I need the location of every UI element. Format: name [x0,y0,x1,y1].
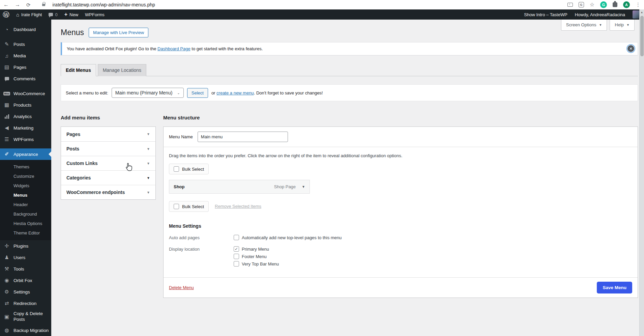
tools-icon: ⚒ [3,266,10,272]
sidebar-item-appearance[interactable]: ✐Appearance [0,148,51,160]
submenu-item-customize[interactable]: Customize [0,171,51,181]
browser-menu-icon[interactable]: ⋮ [636,2,641,8]
url-bar[interactable]: irateflight.tastewp.com/wp-admin/nav-men… [53,2,561,7]
save-menu-button[interactable]: Save Menu [597,282,632,293]
comment-bubble-icon [49,13,53,16]
dismiss-notice-icon[interactable]: ✕ [627,45,634,52]
wp-admin-bar: Ⓦ ⌂ Irate Flight 0 + New WPForms Show In… [0,9,644,20]
sidebar-item-redirection[interactable]: ⇄Redirection [0,298,51,309]
sidebar-item-copy-delete-posts[interactable]: ▣Copy & Delete Posts [0,309,51,325]
remove-selected-items-link[interactable]: Remove Selected Items [215,204,261,209]
sidebar-item-label: Settings [13,289,30,295]
select-menu-button[interactable]: Select [187,88,208,98]
scrollbar-thumb[interactable] [640,16,644,56]
display-location-option-very-top-bar-menu[interactable]: Very Top Bar Menu [234,261,279,267]
bulk-select-toggle-bottom[interactable]: Bulk Select [169,201,209,212]
bookmark-star-icon[interactable]: ☆ [590,2,594,7]
location-checkbox[interactable] [234,254,239,259]
forward-icon[interactable]: → [15,2,20,7]
accordion-panel-categories[interactable]: Categories▼ [61,170,155,185]
wordpress-logo-icon[interactable]: Ⓦ [3,11,9,18]
sidebar-item-analytics[interactable]: Analytics [0,111,51,122]
sidebar-item-label: WPForms [13,137,34,142]
submenu-item-theme-editor[interactable]: Theme Editor [0,228,51,237]
menu-name-input[interactable] [198,132,288,142]
sidebar-item-tools[interactable]: ⚒Tools [0,263,51,275]
submenu-item-widgets[interactable]: Widgets [0,181,51,190]
location-label: Very Top Bar Menu [242,261,279,267]
sidebar-item-settings[interactable]: ⚙Settings [0,286,51,298]
tab-manage-locations[interactable]: Manage Locations [98,64,146,76]
adminbar-show-intro[interactable]: Show Intro – TasteWP [524,12,567,17]
main-content: Screen Options▼ Help▼ Menus Manage with … [51,20,644,336]
menu-item-shop[interactable]: Shop Shop Page ▼ [169,180,310,194]
adminbar-new[interactable]: + New [64,12,78,17]
accordion-panel-posts[interactable]: Posts▼ [61,141,155,156]
bulk-select-checkbox[interactable] [174,204,179,209]
sidebar-item-comments[interactable]: Comments [0,73,51,84]
scroll-up-arrow-icon[interactable]: ▲ [641,11,643,14]
dashboard-page-link[interactable]: Dashboard Page [157,46,191,51]
auto-add-checkbox[interactable] [234,235,239,240]
adminbar-comments[interactable]: 0 [49,12,57,17]
submenu-item-background[interactable]: Background [0,209,51,219]
lock-icon[interactable] [42,4,45,6]
accordion-panel-woocommerce-endpoints[interactable]: WooCommerce endpoints▼ [61,185,155,199]
adminbar-site-name[interactable]: ⌂ Irate Flight [16,12,42,17]
accordion-panel-label: Posts [66,146,79,151]
back-icon[interactable]: ← [3,2,9,7]
sidebar-item-marketing[interactable]: ◀Marketing [0,122,51,134]
location-checkbox[interactable] [234,261,239,267]
adminbar-howdy[interactable]: Howdy, AndreeaRadacina [575,12,625,17]
notice-text: You have activated Orbit Fox plugin! Go … [67,46,157,51]
sidebar-item-wpforms[interactable]: ☰WPForms [0,134,51,145]
submenu-item-themes[interactable]: Themes [0,162,51,171]
bulk-select-toggle-top[interactable]: Bulk Select [169,164,209,174]
products-icon: ▦ [3,102,10,108]
chevron-down-icon: ▼ [626,23,630,27]
auto-add-pages-option[interactable]: Automatically add new top-level pages to… [234,235,342,240]
menu-select-dropdown[interactable]: Main menu (Primary Menu) ⌄ [112,88,184,98]
sidebar-item-backup-migration[interactable]: ◍Backup Migration [0,325,51,336]
bulk-select-checkbox[interactable] [174,166,179,172]
create-new-menu-link[interactable]: create a new menu [216,90,254,95]
help-button[interactable]: Help▼ [610,20,635,31]
sidebar-item-users[interactable]: ♟Users [0,252,51,263]
sidebar-item-orbit-fox[interactable]: ◉Orbit Fox [0,275,51,286]
display-location-option-primary-menu[interactable]: Primary Menu [234,246,279,252]
display-location-option-footer-menu[interactable]: Footer Menu [234,254,279,259]
screen-options-button[interactable]: Screen Options▼ [561,20,607,31]
location-checkbox[interactable] [234,246,239,252]
sidebar-item-plugins[interactable]: ✢Plugins [0,240,51,252]
item-expand-arrow-icon[interactable]: ▼ [302,185,305,189]
accordion-panel-label: Pages [66,132,80,137]
accordion-panel-pages[interactable]: Pages▼ [61,127,155,141]
sidebar-item-label: Tools [13,267,24,272]
sidebar-item-pages[interactable]: ▤Pages [0,61,51,73]
translate-icon[interactable]: G [579,2,584,7]
accordion-panel-custom-links[interactable]: Custom Links▼ [61,156,155,170]
reload-icon[interactable]: ⟳ [26,2,31,7]
grammarly-icon[interactable]: G [600,1,607,8]
sidebar-item-label: WooCommerce [13,91,45,96]
submenu-item-header[interactable]: Header [0,200,51,209]
submenu-item-hestia-options[interactable]: Hestia Options [0,219,51,228]
page-scrollbar[interactable]: ▲ [639,9,644,336]
delete-menu-link[interactable]: Delete Menu [169,285,194,290]
tab-edit-menus[interactable]: Edit Menus [61,64,96,76]
sidebar-item-label: Backup Migration [13,328,49,333]
install-app-icon[interactable] [567,3,573,7]
browser-profile-avatar[interactable]: A [623,1,630,8]
sidebar-item-products[interactable]: ▦Products [0,99,51,111]
sidebar-item-posts[interactable]: ✎Posts [0,38,51,50]
adminbar-wpforms[interactable]: WPForms [85,12,105,17]
auto-add-pages-label: Auto add pages [169,235,234,240]
extensions-puzzle-icon[interactable] [613,2,617,7]
sidebar-item-media[interactable]: ♫Media [0,50,51,61]
sidebar-item-label: Posts [13,42,25,47]
accordion-panel-label: Categories [66,175,91,180]
sidebar-item-dashboard[interactable]: ◔Dashboard [0,24,51,35]
manage-live-preview-button[interactable]: Manage with Live Preview [89,28,148,37]
sidebar-item-woocommerce[interactable]: WooWooCommerce [0,88,51,99]
submenu-item-menus[interactable]: Menus [0,190,51,200]
